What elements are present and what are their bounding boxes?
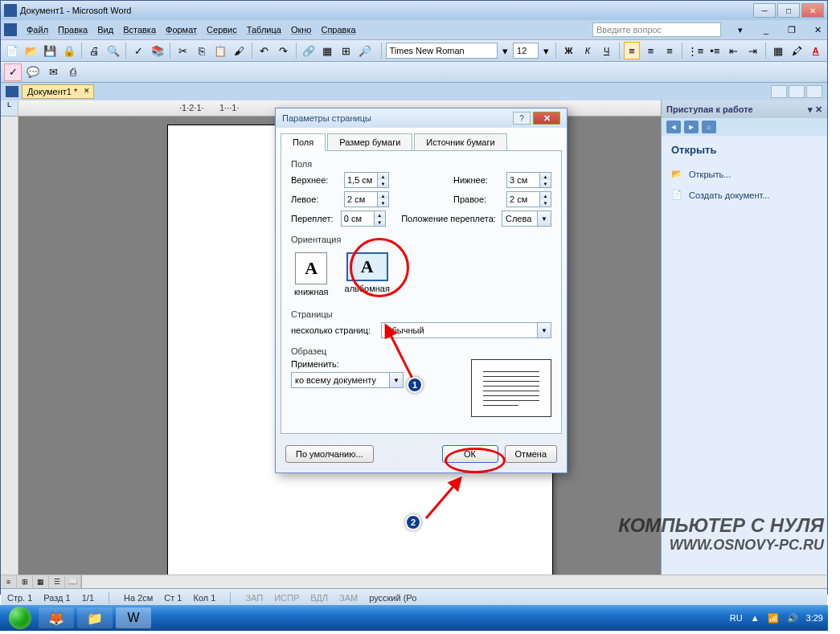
tray-lang[interactable]: RU bbox=[730, 613, 743, 623]
permission-icon[interactable]: 🔒 bbox=[61, 42, 78, 59]
menu-table[interactable]: Таблица bbox=[247, 25, 281, 35]
new-doc-icon[interactable]: 📄 bbox=[4, 42, 21, 59]
tray-volume-icon[interactable]: 🔊 bbox=[787, 613, 798, 624]
outline-view-icon[interactable]: ☰ bbox=[49, 575, 65, 588]
vertical-ruler[interactable]: L bbox=[1, 100, 18, 575]
insert-table-icon[interactable]: ⊞ bbox=[338, 42, 355, 59]
applyto-combo[interactable]: ко всему документу▼ bbox=[291, 372, 404, 388]
save-icon[interactable]: 💾 bbox=[42, 42, 59, 59]
tab-margins[interactable]: Поля bbox=[281, 133, 326, 151]
menu-help[interactable]: Справка bbox=[321, 25, 355, 35]
cancel-button[interactable]: Отмена bbox=[505, 445, 557, 463]
tab-paper[interactable]: Размер бумаги bbox=[327, 133, 412, 151]
status-lang[interactable]: русский (Ро bbox=[369, 593, 416, 603]
menu-file[interactable]: Файл bbox=[27, 25, 48, 35]
help-search-box[interactable]: Введите вопрос bbox=[592, 22, 721, 37]
restore-inner-button[interactable]: ▾ bbox=[734, 24, 747, 35]
accept-icon[interactable]: ✓ bbox=[4, 63, 22, 81]
undo-icon[interactable]: ↶ bbox=[256, 42, 273, 59]
right-margin-input[interactable]: ▲▼ bbox=[506, 191, 551, 207]
status-rec[interactable]: ЗАП bbox=[245, 593, 263, 603]
dialog-close-button[interactable]: ✕ bbox=[533, 112, 560, 125]
taskbar-word-icon[interactable]: W bbox=[116, 607, 151, 628]
taskpane-forward-icon[interactable]: ► bbox=[684, 121, 699, 133]
close-inner-button[interactable]: ✕ bbox=[811, 24, 824, 35]
fontname-dropdown-icon[interactable]: ▾ bbox=[500, 42, 510, 59]
status-ext[interactable]: ВДЛ bbox=[310, 593, 328, 603]
indent-more-icon[interactable]: ⇥ bbox=[744, 42, 761, 59]
bulleted-list-icon[interactable]: •≡ bbox=[707, 42, 723, 59]
tab-nav-close-icon[interactable] bbox=[806, 85, 822, 98]
top-margin-input[interactable]: ▲▼ bbox=[344, 172, 389, 188]
menu-format[interactable]: Формат bbox=[166, 25, 197, 35]
doc-tab-close-icon[interactable]: ✕ bbox=[84, 87, 90, 95]
underline-icon[interactable]: Ч bbox=[598, 42, 615, 59]
fontsize-dropdown-icon[interactable]: ▾ bbox=[541, 42, 551, 59]
italic-icon[interactable]: К bbox=[580, 42, 596, 59]
copy-icon[interactable]: ⎘ bbox=[193, 42, 210, 59]
menu-insert[interactable]: Вставка bbox=[123, 25, 156, 35]
gutter-pos-combo[interactable]: Слева▼ bbox=[502, 211, 551, 227]
comment-icon[interactable]: 💬 bbox=[24, 63, 42, 81]
taskpane-back-icon[interactable]: ◄ bbox=[666, 121, 681, 133]
font-name-combo[interactable]: Times New Roman bbox=[386, 43, 498, 59]
dialog-help-button[interactable]: ? bbox=[513, 112, 531, 125]
start-button[interactable] bbox=[5, 605, 35, 631]
research-icon[interactable]: 📚 bbox=[149, 42, 166, 59]
menu-edit[interactable]: Правка bbox=[58, 25, 88, 35]
normal-view-icon[interactable]: ≡ bbox=[1, 575, 17, 588]
zoom-icon[interactable]: 🔎 bbox=[357, 42, 374, 59]
hyperlink-icon[interactable]: 🔗 bbox=[301, 42, 318, 59]
status-trk[interactable]: ИСПР bbox=[274, 593, 299, 603]
open-icon[interactable]: 📂 bbox=[23, 42, 40, 59]
orientation-portrait[interactable]: A книжная bbox=[294, 252, 329, 297]
taskpane-open-link[interactable]: 📂 Открыть... bbox=[662, 164, 827, 185]
borders-icon[interactable]: ▦ bbox=[770, 42, 787, 59]
tab-nav-left-icon[interactable] bbox=[771, 85, 787, 98]
tray-flag-icon[interactable]: ▲ bbox=[751, 613, 760, 623]
tables-borders-icon[interactable]: ▦ bbox=[319, 42, 336, 59]
web-view-icon[interactable]: ⊞ bbox=[17, 575, 33, 588]
minimize-button[interactable]: ─ bbox=[753, 3, 776, 18]
taskpane-create-link[interactable]: 📄 Создать документ... bbox=[662, 185, 827, 206]
min-inner-button[interactable]: _ bbox=[760, 24, 772, 35]
restore2-button[interactable]: ❐ bbox=[785, 24, 798, 35]
tab-source[interactable]: Источник бумаги bbox=[414, 133, 506, 151]
track-icon[interactable]: ⎙ bbox=[64, 63, 82, 81]
multipage-combo[interactable]: Обычный▼ bbox=[381, 322, 551, 338]
gutter-input[interactable]: ▲▼ bbox=[341, 211, 386, 227]
default-button[interactable]: По умолчанию... bbox=[285, 445, 374, 463]
redo-icon[interactable]: ↷ bbox=[275, 42, 292, 59]
taskpane-dropdown-icon[interactable]: ▾ ✕ bbox=[808, 104, 822, 115]
cut-icon[interactable]: ✂ bbox=[174, 42, 191, 59]
app-menu-icon[interactable] bbox=[4, 23, 17, 36]
close-button[interactable]: ✕ bbox=[801, 3, 824, 18]
paste-icon[interactable]: 📋 bbox=[212, 42, 229, 59]
maximize-button[interactable]: □ bbox=[777, 3, 800, 18]
preview-icon[interactable]: 🔍 bbox=[104, 42, 121, 59]
spellcheck-icon[interactable]: ✓ bbox=[130, 42, 147, 59]
bottom-margin-input[interactable]: ▲▼ bbox=[506, 172, 551, 188]
align-left-icon[interactable]: ≡ bbox=[624, 42, 641, 59]
indent-less-icon[interactable]: ⇤ bbox=[726, 42, 743, 59]
status-ovr[interactable]: ЗАМ bbox=[339, 593, 358, 603]
highlight-icon[interactable]: 🖍 bbox=[789, 42, 805, 59]
tray-time[interactable]: 3:29 bbox=[806, 613, 823, 623]
menu-service[interactable]: Сервис bbox=[207, 25, 237, 35]
left-margin-input[interactable]: ▲▼ bbox=[344, 191, 389, 207]
doc-tab[interactable]: Документ1 * ✕ bbox=[22, 84, 94, 99]
format-painter-icon[interactable]: 🖌 bbox=[231, 42, 248, 59]
print-view-icon[interactable]: ▦ bbox=[33, 575, 49, 588]
tab-nav-right-icon[interactable] bbox=[789, 85, 805, 98]
taskbar-firefox-icon[interactable]: 🦊 bbox=[39, 607, 74, 628]
taskbar-explorer-icon[interactable]: 📁 bbox=[77, 607, 113, 628]
font-color-icon[interactable]: A bbox=[808, 42, 825, 59]
font-size-combo[interactable]: 12 bbox=[513, 43, 539, 59]
envelope-icon[interactable]: ✉ bbox=[44, 63, 62, 81]
align-center-icon[interactable]: ≡ bbox=[642, 42, 659, 59]
taskpane-home-icon[interactable]: ⌂ bbox=[702, 121, 716, 133]
bold-icon[interactable]: Ж bbox=[560, 42, 577, 59]
tray-network-icon[interactable]: 📶 bbox=[768, 613, 779, 624]
print-icon[interactable]: 🖨 bbox=[86, 42, 103, 59]
numbered-list-icon[interactable]: ⋮≡ bbox=[686, 42, 704, 59]
